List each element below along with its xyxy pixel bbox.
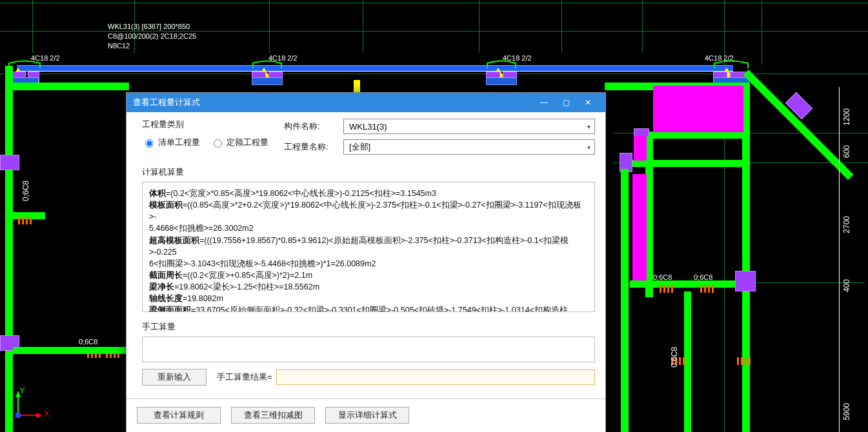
svg-rect-4 [15,413,21,418]
stirrup-marker [660,285,673,293]
grid-line [363,0,363,53]
calc-label: 超高模板面积 [149,236,199,245]
view-3d-deduction-button[interactable]: 查看三维扣减图 [231,407,315,424]
maximize-button[interactable]: ▢ [555,96,577,109]
calc-label: 轴线长度 [149,294,183,303]
grid-line [561,0,562,53]
rebar-arc [712,59,751,70]
manual-result-field[interactable] [276,369,595,385]
calc-label: 截面周长 [149,271,183,280]
structural-column [684,291,691,432]
calculation-dialog: 查看工程量计算式 — ▢ ✕ 工程量类别 清单工程量 定额工程量 构件名称: [126,92,606,432]
radio-list-quantity[interactable]: 清单工程量 [142,137,200,148]
rebar-arc [485,59,518,70]
slab-marker [632,174,647,280]
show-detailed-formula-button[interactable]: 显示详细计算式 [325,407,409,424]
structural-beam [743,70,854,180]
calc-formula: =((0.85<高度>*2+0.2<宽度>)*19.8062<中心线长度>)-2… [149,201,581,221]
grid-line [762,0,762,64]
grid-line [269,0,270,53]
reenter-button[interactable]: 重新输入 [142,369,207,386]
slab-marker [634,136,647,161]
slab-fill [653,86,743,132]
stirrup-label: 0;6C8 [670,347,679,368]
structural-beam [630,280,749,288]
calc-formula: =33.6705<原始侧面面积>-0.32<扣梁>-0.3301<扣圈梁>-0.… [149,306,568,312]
stirrup-marker [700,285,714,293]
calc-formula: =19.8082m [183,294,223,303]
quantity-name-label: 工程量名称: [284,141,334,153]
component-name-combo[interactable]: WKL31(3) ▾ [343,119,595,134]
column-marker [735,271,756,291]
category-title: 工程量类别 [142,119,268,130]
radio-rate-quantity[interactable]: 定额工程量 [210,137,268,148]
axis-x-label: X [44,409,50,418]
grid-line [479,0,479,53]
axis-y-label: Y [19,386,25,395]
stirrup-label: 0;6C8 [79,338,97,346]
column-marker [0,155,19,170]
radio-label: 清单工程量 [158,137,200,148]
stirrup-label: 0;6C8 [653,273,672,281]
axis-indicator: Y X [13,389,44,422]
stirrup-label: 0;6C8 [21,181,30,201]
dimension-label: 400 [842,279,851,292]
quantity-name-value: [全部] [349,141,370,153]
stirrup-label: 0;6C8 [694,273,712,281]
quantity-category-group: 工程量类别 清单工程量 定额工程量 [142,119,268,155]
chevron-down-icon: ▾ [587,123,590,130]
dimension-label: 5900 [842,403,851,420]
grid-line [642,0,643,53]
dimension-label: 600 [842,145,851,158]
grid-line [0,3,868,3]
manual-calc-title: 手工算量 [142,321,595,333]
calc-formula: 5.4668<扣挑檐>=26.3002m2 [149,224,254,233]
beam-spec-line2: C8@100/200(2) 2C18;2C25 [108,32,196,40]
calc-formula: 6<扣圈梁>-3.1043<扣现浇板>-5.4468<扣挑檐>)*1=26.00… [149,259,376,268]
grid-line [32,0,33,53]
dimension-line [839,87,840,432]
calc-label: 体积 [149,189,166,198]
structural-column [5,66,13,432]
quantity-name-combo[interactable]: [全部] ▾ [343,139,595,155]
radio-input[interactable] [214,139,222,148]
view-calc-rule-button[interactable]: 查看计算规则 [137,407,221,424]
stirrup-marker [18,217,32,224]
chevron-down-icon: ▾ [587,144,590,151]
beam-spec-line1: WKL31(3) [6387] 200*850 [108,23,190,30]
dimension-label: 2700 [842,216,851,233]
calc-formula: =(((19.7556+19.8567)*0.85+3.9612)<原始超高模板… [149,236,569,257]
calc-label: 模板面积 [149,201,183,210]
structural-column [621,169,629,432]
radio-label: 定额工程量 [227,137,268,148]
calc-formula: =19.8062<梁长>-1.25<扣柱>=18.5562m [174,282,319,291]
svg-marker-3 [36,413,43,418]
structural-beam [13,347,129,354]
close-button[interactable]: ✕ [577,96,599,109]
manual-calc-input[interactable] [142,337,595,362]
computer-calc-area[interactable]: 体积=(0.2<宽度>*0.85<高度>*19.8062<中心线长度>)-0.2… [142,182,595,312]
radio-input[interactable] [145,139,154,148]
rebar-arc [250,59,284,70]
beam-spec-line3: N8C12 [108,42,130,50]
beam-stub [252,77,283,85]
calc-label: 梁侧面面积 [149,306,191,312]
calc-formula: =(0.2<宽度>*0.85<高度>*19.8062<中心线长度>)-0.212… [166,189,436,198]
selected-beam [17,65,733,72]
stirrup-marker [737,357,751,365]
component-name-value: WKL31(3) [349,122,387,132]
structural-beam [620,160,745,167]
dialog-title: 查看工程量计算式 [133,97,200,108]
grid-line [0,31,868,32]
beam-stub [486,77,517,85]
minimize-button[interactable]: — [533,96,555,109]
calc-formula: =((0.2<宽度>+0.85<高度>)*2)=2.1m [183,271,312,280]
component-name-label: 构件名称: [284,121,334,132]
structural-beam [647,132,744,139]
dialog-titlebar[interactable]: 查看工程量计算式 — ▢ ✕ [126,93,605,112]
computer-calc-title: 计算机算量 [142,166,595,178]
structural-beam [13,83,129,90]
manual-result-label: 手工算量结果= [217,371,272,383]
dimension-label: 1200 [842,108,851,126]
calc-label: 梁净长 [149,282,174,291]
